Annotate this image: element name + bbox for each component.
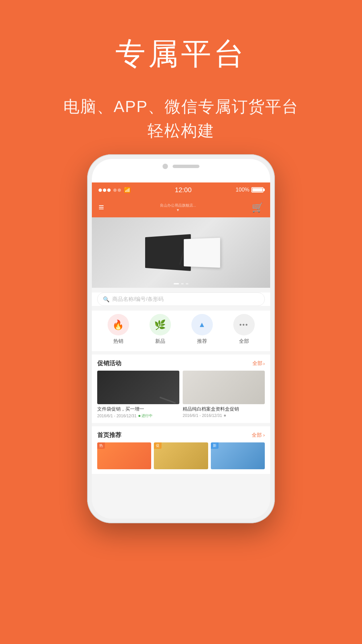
category-all[interactable]: ••• 全部 <box>233 314 255 344</box>
rec-img-2: 促 <box>154 442 208 469</box>
promo-card-1[interactable]: 文件袋促销，买一增一 2016/6/1 - 2016/12/31 进行中 <box>97 371 179 418</box>
categories: 🔥 热销 🌿 新品 ▲ 推荐 <box>92 311 270 351</box>
promo-status-1: 进行中 <box>138 413 153 418</box>
category-all-label: 全部 <box>239 338 249 344</box>
promo-img-1 <box>97 371 179 404</box>
recs-items: 热 促 新 <box>92 442 270 474</box>
phone-camera <box>163 164 168 169</box>
category-new[interactable]: 🌿 新品 <box>149 314 171 344</box>
promotions-title: 促销活动 <box>97 359 121 367</box>
promo-title-2: 精品纯白档案盒资料盒促销 <box>183 406 265 412</box>
battery-label: 100% <box>236 187 249 193</box>
badge-hot: 热 <box>97 442 105 449</box>
rec-img-1: 热 <box>97 442 151 469</box>
status-time: 12:00 <box>175 186 192 194</box>
badge-new: 新 <box>211 442 219 449</box>
phone-speaker <box>163 164 199 169</box>
menu-icon[interactable]: ≡ <box>99 202 104 213</box>
category-rec[interactable]: ▲ 推荐 <box>191 314 213 344</box>
promo-meta-2: 2016/6/1 - 2016/12/31 <box>183 413 265 418</box>
promotions-more[interactable]: 全部 › <box>252 360 265 367</box>
recs-title: 首页推荐 <box>97 431 121 439</box>
banner-dot-3 <box>186 283 188 284</box>
hot-icon: 🔥 <box>108 314 129 335</box>
banner-dot-1 <box>174 283 179 284</box>
battery-icon <box>251 187 263 193</box>
chevron-down-icon: ▼ <box>176 208 180 212</box>
promo-status-dot-2 <box>224 415 226 417</box>
cart-icon[interactable]: 🛒 <box>252 202 263 213</box>
rec-img-3: 新 <box>211 442 265 469</box>
search-bar[interactable]: 🔍 商品名称/编号/条形码 <box>97 292 265 306</box>
phone-mockup: 📶 12:00 100% ≡ 良山办公用品旗舰店... ▼ <box>87 154 275 530</box>
product-image-white <box>184 237 220 267</box>
promo-card-2[interactable]: 精品纯白档案盒资料盒促销 2016/6/1 - 2016/12/31 <box>183 371 265 418</box>
phone-earpiece <box>173 165 199 168</box>
status-right: 100% <box>236 187 263 193</box>
search-icon: 🔍 <box>103 296 110 303</box>
rec-icon: ▲ <box>191 314 213 335</box>
recs-section: 首页推荐 全部 › 热 促 <box>92 426 270 474</box>
wifi-icon: 📶 <box>124 187 131 193</box>
phone-inner: 📶 12:00 100% ≡ 良山办公用品旗舰店... ▼ <box>92 159 270 519</box>
chevron-right-icon: › <box>263 361 265 366</box>
promo-grid: 文件袋促销，买一增一 2016/6/1 - 2016/12/31 进行中 精品纯… <box>92 371 270 423</box>
category-rec-label: 推荐 <box>197 338 207 344</box>
banner-product <box>142 236 220 269</box>
banner[interactable] <box>92 217 270 288</box>
hero-subtitle: 电脑、APP、微信专属订货平台 轻松构建 <box>0 95 362 143</box>
all-icon: ••• <box>233 314 255 335</box>
rec-item-3[interactable]: 新 <box>211 442 265 469</box>
category-new-label: 新品 <box>155 338 165 344</box>
promo-title-1: 文件袋促销，买一增一 <box>97 406 179 412</box>
hero-section: 专属平台 电脑、APP、微信专属订货平台 轻松构建 <box>0 0 362 143</box>
recs-header: 首页推荐 全部 › <box>92 426 270 442</box>
rec-item-1[interactable]: 热 <box>97 442 151 469</box>
promo-img-2 <box>183 371 265 404</box>
category-hot[interactable]: 🔥 热销 <box>108 314 129 344</box>
status-bar: 📶 12:00 100% <box>92 182 270 197</box>
banner-indicators <box>174 283 188 284</box>
search-placeholder-text: 商品名称/编号/条形码 <box>112 296 164 303</box>
app-header: ≡ 良山办公用品旗舰店... ▼ 🛒 <box>92 197 270 217</box>
category-hot-label: 热销 <box>113 338 123 344</box>
banner-dot-2 <box>181 283 184 284</box>
recs-more[interactable]: 全部 › <box>252 432 265 438</box>
promo-meta-1: 2016/6/1 - 2016/12/31 进行中 <box>97 413 179 418</box>
rec-item-2[interactable]: 促 <box>154 442 208 469</box>
new-icon: 🌿 <box>149 314 171 335</box>
status-left: 📶 <box>99 186 131 194</box>
app-screen: 📶 12:00 100% ≡ 良山办公用品旗舰店... ▼ <box>92 182 270 519</box>
hero-title: 专属平台 <box>0 34 362 74</box>
badge-promo: 促 <box>154 442 162 449</box>
header-title: 良山办公用品旗舰店... ▼ <box>104 203 252 212</box>
promotions-header: 促销活动 全部 › <box>92 355 270 371</box>
signal-dots <box>99 186 122 194</box>
phone-outer: 📶 12:00 100% ≡ 良山办公用品旗舰店... ▼ <box>87 154 275 523</box>
